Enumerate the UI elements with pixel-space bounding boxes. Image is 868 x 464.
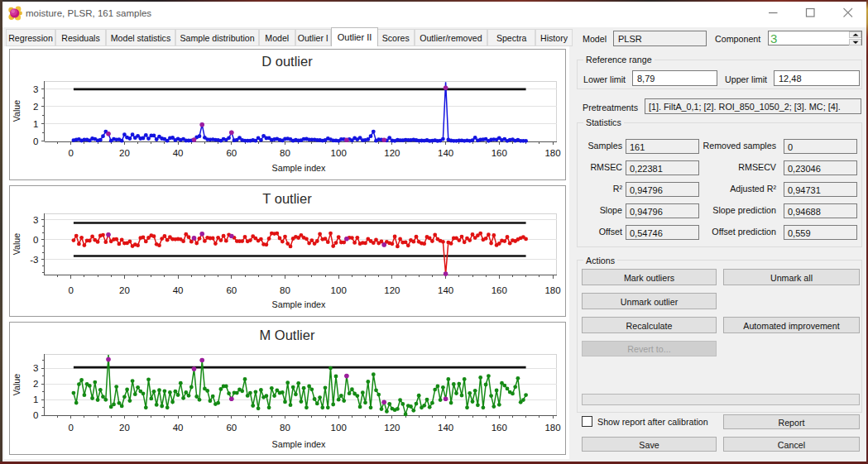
svg-text:0: 0 bbox=[68, 285, 73, 295]
svg-text:40: 40 bbox=[173, 423, 184, 433]
svg-text:60: 60 bbox=[226, 148, 237, 158]
svg-text:160: 160 bbox=[492, 423, 507, 433]
svg-text:1: 1 bbox=[33, 119, 38, 129]
svg-text:80: 80 bbox=[280, 148, 290, 158]
svg-text:T outlier: T outlier bbox=[262, 191, 312, 206]
svg-text:2: 2 bbox=[33, 102, 38, 112]
svg-text:60: 60 bbox=[226, 285, 237, 295]
svg-text:40: 40 bbox=[173, 285, 184, 295]
svg-text:D outlier: D outlier bbox=[261, 54, 313, 69]
svg-text:40: 40 bbox=[173, 148, 184, 158]
svg-text:3: 3 bbox=[33, 84, 38, 94]
svg-text:0: 0 bbox=[33, 136, 38, 146]
svg-text:80: 80 bbox=[280, 285, 290, 295]
svg-text:2: 2 bbox=[33, 379, 38, 389]
svg-text:20: 20 bbox=[119, 148, 130, 158]
svg-text:100: 100 bbox=[331, 423, 347, 433]
svg-text:M Outlier: M Outlier bbox=[260, 328, 315, 342]
svg-text:Sample index: Sample index bbox=[272, 299, 326, 309]
svg-text:180: 180 bbox=[544, 285, 560, 295]
svg-text:Value: Value bbox=[12, 374, 22, 396]
svg-text:0: 0 bbox=[33, 410, 38, 420]
svg-text:1: 1 bbox=[33, 395, 38, 404]
svg-text:0: 0 bbox=[33, 235, 38, 245]
svg-text:80: 80 bbox=[280, 423, 290, 433]
svg-text:Sample index: Sample index bbox=[272, 163, 326, 173]
svg-text:140: 140 bbox=[438, 148, 453, 158]
svg-text:Value: Value bbox=[12, 100, 22, 122]
svg-text:120: 120 bbox=[384, 423, 400, 433]
svg-text:3: 3 bbox=[33, 363, 38, 373]
svg-text:160: 160 bbox=[492, 285, 507, 295]
svg-text:160: 160 bbox=[492, 148, 507, 158]
svg-text:0: 0 bbox=[68, 148, 73, 158]
svg-text:100: 100 bbox=[331, 285, 347, 295]
svg-text:180: 180 bbox=[544, 423, 560, 433]
svg-text:60: 60 bbox=[226, 423, 237, 433]
svg-text:140: 140 bbox=[438, 423, 453, 433]
svg-text:3: 3 bbox=[33, 215, 38, 225]
svg-text:Value: Value bbox=[12, 233, 22, 256]
svg-text:140: 140 bbox=[438, 285, 453, 295]
svg-text:0: 0 bbox=[68, 423, 73, 433]
svg-text:-3: -3 bbox=[30, 255, 38, 265]
svg-text:100: 100 bbox=[331, 148, 347, 158]
svg-text:20: 20 bbox=[119, 285, 130, 295]
svg-text:120: 120 bbox=[384, 148, 400, 158]
svg-text:Sample index: Sample index bbox=[272, 439, 326, 449]
svg-text:20: 20 bbox=[119, 423, 130, 433]
svg-text:120: 120 bbox=[384, 285, 400, 295]
